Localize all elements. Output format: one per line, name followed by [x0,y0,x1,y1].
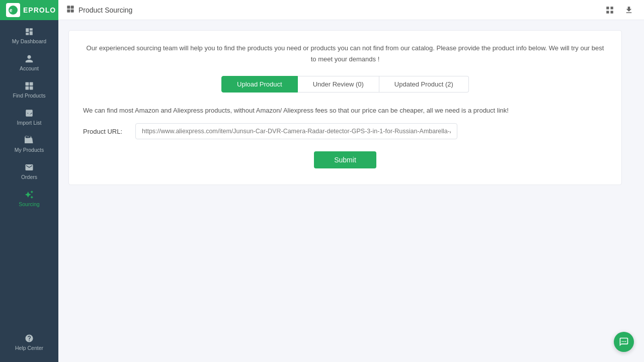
import-list-icon [25,109,34,118]
table-view-button[interactable] [603,3,617,17]
header-left: Product Sourcing [66,5,132,15]
sourcing-card: Our experienced sourcing team will help … [68,30,622,185]
tab-upload-product[interactable]: Upload Product [221,76,298,93]
svg-point-11 [623,341,624,342]
sidebar-item-my-products[interactable]: My Products [0,131,58,158]
export-button[interactable] [622,3,636,17]
tab-updated-product[interactable]: Updated Product (2) [379,76,469,93]
orders-icon [25,163,34,172]
account-icon [25,54,34,63]
logo-icon: e [6,3,20,17]
svg-rect-7 [71,6,74,9]
chat-button[interactable] [614,332,634,352]
svg-rect-2 [26,82,29,86]
sidebar-item-sourcing-label: Sourcing [19,201,39,207]
logo-text: EPROLO [23,6,56,14]
main-area: Product Sourcing Our experienced sourcin… [58,0,644,362]
sidebar: e EPROLO My Dashboard Account Find Produ… [0,0,58,362]
product-url-form-row: Product URL: [83,123,607,139]
sidebar-item-account[interactable]: Account [0,49,58,76]
sidebar-item-import-list[interactable]: Import List [0,104,58,131]
my-products-icon [25,136,34,145]
sidebar-nav: My Dashboard Account Find Products Impor… [0,20,58,323]
sidebar-item-orders-label: Orders [21,174,37,180]
header-right [603,3,636,17]
sidebar-item-find-products[interactable]: Find Products [0,76,58,104]
sidebar-item-dashboard[interactable]: My Dashboard [0,22,58,49]
sidebar-item-account-label: Account [20,65,39,71]
sidebar-item-my-products-label: My Products [15,147,44,153]
header: Product Sourcing [58,0,644,20]
intro-text: Our experienced sourcing team will help … [83,43,607,65]
tab-under-review[interactable]: Under Review (0) [298,76,379,93]
sidebar-item-help[interactable]: Help Center [3,329,55,356]
product-url-input[interactable] [135,123,457,139]
grid-icon [66,5,74,15]
svg-rect-6 [67,6,70,9]
sidebar-item-dashboard-label: My Dashboard [12,38,46,44]
svg-rect-5 [30,86,33,90]
hint-text: We can find most Amazon and Aliexpress p… [83,107,607,114]
svg-rect-3 [30,82,33,86]
sidebar-item-orders[interactable]: Orders [0,158,58,185]
svg-rect-8 [67,9,70,12]
svg-text:e: e [10,8,13,13]
product-url-label: Product URL: [83,128,128,135]
svg-rect-4 [26,86,29,90]
sidebar-item-help-label: Help Center [15,345,43,351]
sidebar-item-find-products-label: Find Products [13,93,46,99]
sidebar-item-sourcing[interactable]: Sourcing [0,185,58,212]
tab-row: Upload Product Under Review (0) Updated … [83,76,607,93]
sidebar-footer: Help Center [0,323,58,362]
find-products-icon [25,81,34,90]
sidebar-item-import-list-label: Import List [17,120,41,126]
header-title: Product Sourcing [78,6,132,14]
dashboard-icon [25,27,34,36]
help-icon [25,334,34,343]
content-area: Our experienced sourcing team will help … [58,20,644,362]
logo[interactable]: e EPROLO [0,0,58,20]
svg-rect-9 [71,9,74,12]
submit-button[interactable]: Submit [314,151,376,168]
chat-icon [619,337,629,347]
sourcing-icon [25,190,34,199]
svg-point-10 [622,341,623,342]
svg-point-12 [625,341,626,342]
